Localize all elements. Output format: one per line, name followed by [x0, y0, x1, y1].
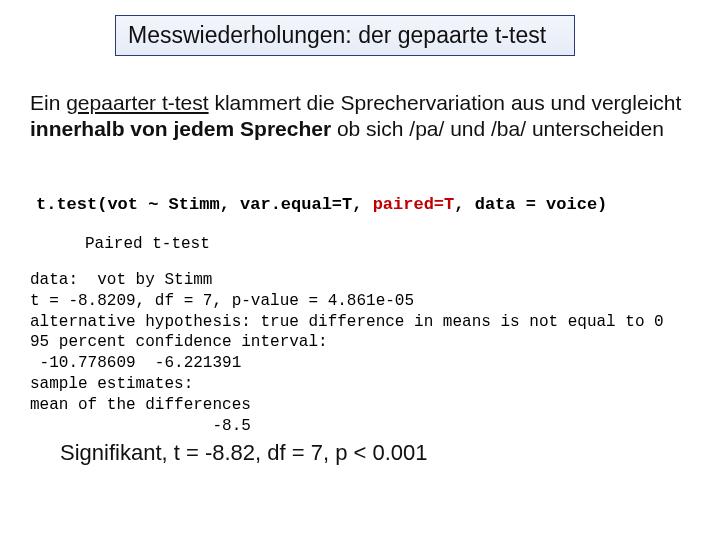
slide-title: Messwiederholungen: der gepaarte t-test — [128, 22, 546, 48]
slide: Messwiederholungen: der gepaarte t-test … — [0, 0, 720, 540]
slide-title-box: Messwiederholungen: der gepaarte t-test — [115, 15, 575, 56]
body-seg-5: ob sich /pa/ und /ba/ unterscheiden — [331, 117, 664, 140]
body-paragraph: Ein gepaarter t-test klammert die Sprech… — [30, 90, 690, 143]
code-post: , data = voice) — [454, 195, 607, 214]
conclusion-text: Signifikant, t = -8.82, df = 7, p < 0.00… — [60, 440, 428, 466]
body-seg-1: Ein — [30, 91, 66, 114]
r-code-line: t.test(vot ~ Stimm, var.equal=T, paired=… — [36, 195, 696, 214]
r-output-block: data: vot by Stimm t = -8.8209, df = 7, … — [30, 270, 664, 436]
r-output-title: Paired t-test — [85, 235, 210, 253]
code-paired-arg: paired=T — [373, 195, 455, 214]
body-seg-3: klammert die Sprechervariation aus und v… — [209, 91, 682, 114]
body-seg-bold: innerhalb von jedem Sprecher — [30, 117, 331, 140]
code-pre: t.test(vot ~ Stimm, var.equal=T, — [36, 195, 373, 214]
body-seg-underline: gepaarter t-test — [66, 91, 208, 114]
